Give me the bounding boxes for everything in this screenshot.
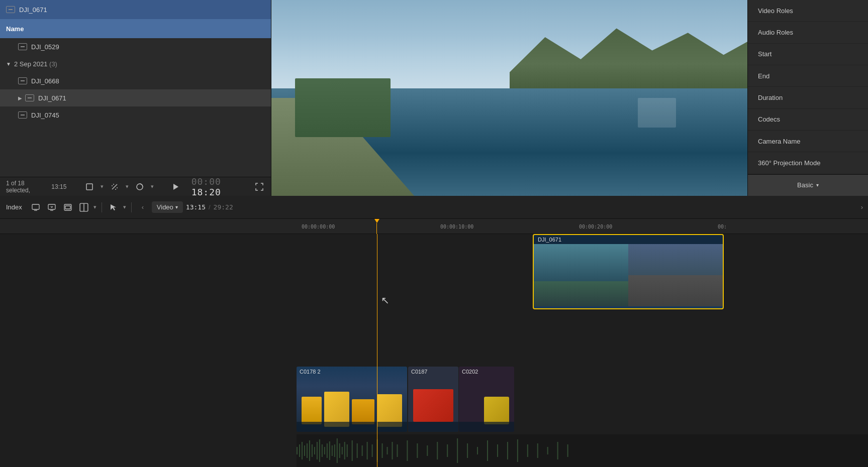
svg-rect-27 [322, 444, 323, 457]
svg-rect-63 [557, 442, 558, 459]
clip-label-dji0671: DJI_0671 [538, 237, 561, 243]
magic-wand-btn[interactable] [108, 180, 122, 194]
file-row-dji0668[interactable]: DJI_0668 [0, 72, 271, 89]
file-name: DJI_0668 [31, 77, 59, 85]
svg-rect-48 [407, 440, 408, 461]
svg-rect-37 [347, 444, 348, 457]
file-group-sep2021[interactable]: ▼ 2 Sep 2021 (3) [0, 55, 271, 72]
grid-dropdown-icon: ▾ [93, 204, 97, 210]
svg-rect-41 [367, 442, 368, 459]
svg-rect-25 [317, 442, 318, 459]
camera-name-item[interactable]: Camera Name [748, 131, 868, 152]
svg-rect-30 [329, 441, 330, 460]
projection-mode-item[interactable]: 360° Projection Mode [748, 152, 868, 174]
ruler-content: 00:00:00:00 00:00:10:00 00:00:20:00 00: [0, 219, 868, 231]
left-panel: DJI_0671 Name DJI_0529 ▼ 2 Sep 2021 (3) … [0, 0, 271, 196]
video-selector[interactable]: Video ▾ [152, 201, 183, 213]
import-icon[interactable] [45, 201, 58, 214]
play-button[interactable] [170, 180, 181, 194]
color-btn[interactable] [133, 180, 147, 194]
svg-rect-29 [327, 443, 328, 458]
svg-rect-32 [334, 444, 335, 457]
toy-shape-purple [461, 392, 484, 422]
svg-rect-49 [417, 443, 418, 458]
svg-rect-8 [32, 204, 39, 209]
ruler-tick-20: 00:00:20:00 [579, 224, 612, 229]
svg-rect-13 [65, 206, 70, 209]
svg-rect-56 [487, 440, 488, 461]
file-list: DJI_0529 ▼ 2 Sep 2021 (3) DJI_0668 ▶ DJI… [0, 38, 271, 177]
clip-header-dji0671: DJI_0671 [534, 235, 723, 244]
toy-shape-red [413, 389, 453, 422]
start-label: Start [758, 50, 771, 58]
file-row-dji0671[interactable]: ▶ DJI_0671 [0, 89, 271, 106]
name-header[interactable]: Name [0, 19, 271, 38]
thumb-2 [628, 244, 723, 306]
dropdown-arrow: ▾ [101, 183, 104, 190]
timeline-area: 00:00:00:00 00:00:10:00 00:00:20:00 00: … [0, 219, 868, 467]
export-icon[interactable] [61, 201, 74, 214]
clip-c0178[interactable]: C0178 2 [297, 367, 407, 432]
building [638, 98, 676, 128]
svg-rect-51 [437, 442, 438, 459]
video-roles-label: Video Roles [758, 7, 793, 15]
clip-thumbnails [534, 244, 723, 306]
preview-area [271, 0, 747, 196]
fullscreen-button[interactable] [254, 180, 265, 194]
cursor-icon[interactable] [107, 201, 120, 214]
selected-file-top[interactable]: DJI_0671 [0, 0, 271, 19]
next-btn[interactable]: › [856, 201, 868, 213]
clip-c0202[interactable]: C0202 [459, 367, 514, 432]
video-roles-item[interactable]: Video Roles [748, 0, 868, 22]
vegetation [295, 78, 390, 137]
svg-rect-18 [299, 444, 300, 457]
timeline-content: DJI_0671 C0 [0, 234, 868, 467]
selected-duration: 13:15 [51, 183, 66, 190]
play-indicator-icon: ▶ [18, 95, 22, 101]
svg-rect-20 [304, 445, 305, 456]
svg-rect-10 [48, 204, 55, 209]
audio-roles-item[interactable]: Audio Roles [748, 22, 868, 43]
clip-dji0671[interactable]: DJI_0671 [533, 234, 724, 309]
grid-icon[interactable] [77, 201, 90, 214]
video-selector-arrow: ▾ [175, 204, 178, 210]
svg-rect-21 [307, 443, 308, 458]
current-time: 13:15 [186, 203, 206, 211]
svg-rect-64 [567, 444, 568, 457]
crop-btn[interactable] [82, 180, 97, 194]
file-name: DJI_0529 [31, 43, 59, 51]
basic-label: Basic [797, 181, 813, 189]
status-bar: 1 of 18 selected, 13:15 ▾ [0, 177, 271, 196]
audio-roles-label: Audio Roles [758, 29, 793, 36]
svg-rect-33 [337, 438, 338, 463]
start-item[interactable]: Start [748, 44, 868, 65]
video-file-icon [18, 43, 27, 50]
duration-item[interactable]: Duration [748, 87, 868, 108]
monitor-icon[interactable] [29, 201, 42, 214]
svg-rect-54 [467, 443, 468, 458]
svg-rect-58 [507, 442, 508, 459]
index-toolbar: Index ▾ ▾ ‹ Video [0, 196, 868, 219]
index-label: Index [6, 203, 22, 211]
basic-button[interactable]: Basic ▾ [748, 174, 868, 196]
selected-file-name: DJI_0671 [19, 6, 47, 14]
dropdown-arrow2: ▾ [126, 183, 129, 190]
video-file-icon [18, 111, 27, 119]
svg-rect-19 [302, 442, 303, 459]
clip-c0187[interactable]: C0187 [408, 367, 458, 432]
codecs-item[interactable]: Codecs [748, 109, 868, 131]
end-item[interactable]: End [748, 65, 868, 87]
svg-rect-46 [392, 442, 393, 459]
clip-label-c0187: C0187 [411, 369, 427, 375]
file-row-dji0745[interactable]: DJI_0745 [0, 106, 271, 124]
svg-rect-34 [339, 443, 340, 458]
file-row-dji0529[interactable]: DJI_0529 [0, 38, 271, 55]
clip-label-c0202: C0202 [462, 369, 478, 375]
camera-name-label: Camera Name [758, 138, 801, 145]
video-file-icon [18, 77, 27, 84]
toy-shape-yellow [484, 397, 509, 424]
projection-mode-label: 360° Projection Mode [758, 159, 820, 167]
prev-btn[interactable]: ‹ [137, 201, 149, 213]
svg-rect-62 [547, 447, 548, 454]
toy-shape [302, 397, 322, 424]
